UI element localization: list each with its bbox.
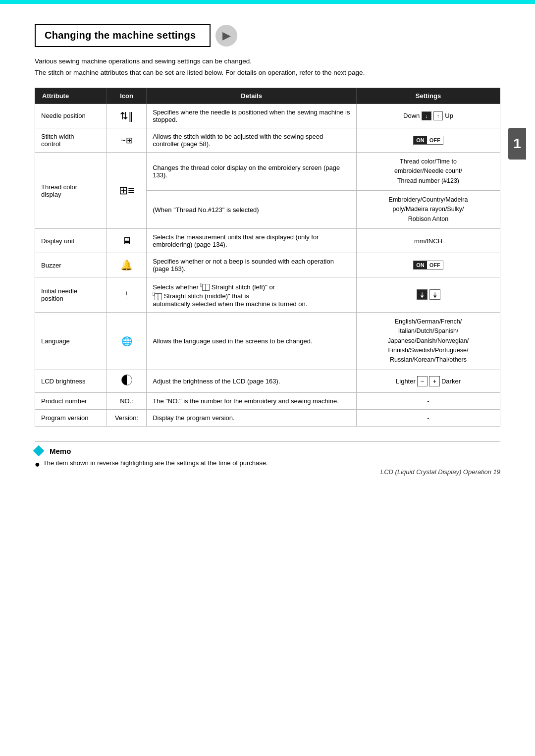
page-footer: LCD (Liquid Crystal Display) Operation 1…: [380, 468, 500, 476]
details-buzzer: Specifies whether or not a beep is sound…: [147, 253, 357, 277]
header-icon: Icon: [107, 88, 146, 104]
settings-lcd-brightness: Lighter − + Darker: [357, 370, 500, 392]
attr-buzzer: Buzzer: [35, 253, 107, 277]
header-settings: Settings: [357, 88, 500, 104]
settings-stitch-width: ONOFF: [357, 128, 500, 152]
details-stitch-width: Allows the stitch width to be adjusted w…: [147, 128, 357, 152]
settings-initial-needle: ⏚ ⏚: [357, 277, 500, 313]
section-header: Changing the machine settings ▶: [35, 24, 500, 47]
icon-thread-color: ⊞≡: [107, 152, 146, 228]
memo-title: Memo: [35, 447, 500, 455]
side-chapter-number: 1: [508, 128, 526, 160]
attr-lcd-brightness: LCD brightness: [35, 370, 107, 392]
icon-lcd-brightness: [107, 370, 146, 392]
attr-product-number: Product number: [35, 392, 107, 409]
attr-program-version: Program version: [35, 409, 107, 426]
intro-text: Various sewing machine operations and se…: [35, 56, 500, 79]
icon-buzzer: 🔔: [107, 253, 146, 277]
details-language: Allows the language used in the screens …: [147, 312, 357, 370]
attr-stitch-width: Stitch widthcontrol: [35, 128, 107, 152]
settings-needle-position: Down ↓ ↑ Up: [357, 104, 500, 128]
details-initial-needle: Selects whether 𢄡│ Straight stitch (left…: [147, 277, 357, 313]
table-row: Thread colordisplay ⊞≡ Changes the threa…: [35, 152, 500, 190]
memo-box: Memo ● The item shown in reverse highlig…: [35, 441, 500, 470]
section-title: Changing the machine settings: [35, 24, 211, 47]
table-row: Stitch widthcontrol ~⊞ Allows the stitch…: [35, 128, 500, 152]
settings-product-number: -: [357, 392, 500, 409]
table-row: Display unit 🖥 Selects the measurement u…: [35, 229, 500, 253]
table-row: LCD brightness Adjust the brightness of …: [35, 370, 500, 392]
icon-product-number: NO.:: [107, 392, 146, 409]
settings-language: English/German/French/Italian/Dutch/Span…: [357, 312, 500, 370]
header-details: Details: [147, 88, 357, 104]
details-needle-position: Specifies where the needle is positioned…: [147, 104, 357, 128]
icon-needle-position: ⇅‖: [107, 104, 146, 128]
section-arrow-icon: ▶: [215, 25, 237, 47]
table-row: Needle position ⇅‖ Specifies where the n…: [35, 104, 500, 128]
details-program-version: Display the program version.: [147, 409, 357, 426]
settings-thread-color-2: Embroidery/Country/Madeirapoly/Madeira r…: [357, 191, 500, 229]
settings-program-version: -: [357, 409, 500, 426]
settings-display-unit: mm/INCH: [357, 229, 500, 253]
attr-language: Language: [35, 312, 107, 370]
details-product-number: The "NO." is the number for the embroide…: [147, 392, 357, 409]
settings-table: Attribute Icon Details Settings Needle p…: [35, 88, 500, 427]
attr-thread-color: Thread colordisplay: [35, 152, 107, 228]
icon-stitch-width: ~⊞: [107, 128, 146, 152]
top-bar: [0, 0, 535, 4]
table-row: Program version Version: Display the pro…: [35, 409, 500, 426]
icon-display-unit: 🖥: [107, 229, 146, 253]
settings-thread-color-1: Thread color/Time toembroider/Needle cou…: [357, 152, 500, 190]
attr-display-unit: Display unit: [35, 229, 107, 253]
settings-buzzer: ONOFF: [357, 253, 500, 277]
table-row: Product number NO.: The "NO." is the num…: [35, 392, 500, 409]
attr-needle-position: Needle position: [35, 104, 107, 128]
details-thread-color-1: Changes the thread color display on the …: [147, 152, 357, 190]
memo-diamond-icon: [33, 445, 45, 457]
icon-initial-needle: ⏚: [107, 277, 146, 313]
icon-program-version: Version:: [107, 409, 146, 426]
details-lcd-brightness: Adjust the brightness of the LCD (page 1…: [147, 370, 357, 392]
table-row: Initial needleposition ⏚ Selects whether…: [35, 277, 500, 313]
details-thread-color-2: (When "Thread No.#123" is selected): [147, 191, 357, 229]
table-row: Buzzer 🔔 Specifies whether or not a beep…: [35, 253, 500, 277]
details-display-unit: Selects the measurement units that are d…: [147, 229, 357, 253]
attr-initial-needle: Initial needleposition: [35, 277, 107, 313]
table-row: Language 🌐 Allows the language used in t…: [35, 312, 500, 370]
icon-language: 🌐: [107, 312, 146, 370]
header-attribute: Attribute: [35, 88, 107, 104]
